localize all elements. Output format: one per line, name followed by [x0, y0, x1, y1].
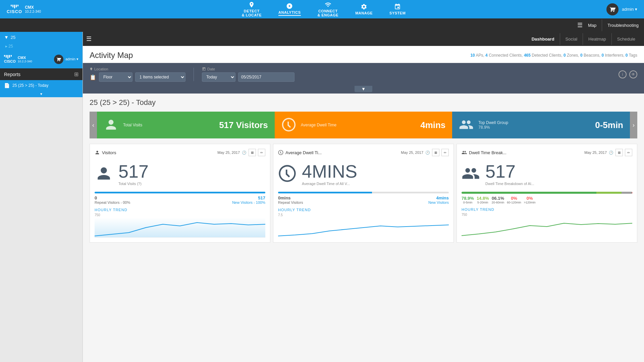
seg-range-2: 20-60min	[492, 201, 504, 204]
nav-right-area: admin ▾	[606, 3, 637, 15]
visitors-trend-ymax: 750	[95, 213, 265, 217]
dwell-segments-bar	[462, 192, 632, 194]
location-row: 📋 Floor 1 Items selected	[90, 72, 185, 82]
breakdown-big-value: 517	[485, 162, 534, 180]
dwell-chart-type[interactable]: ▦	[432, 149, 439, 156]
dwell-chart-card: Average Dwell Ti... May 25, 2017 🕐 ▦ ✏	[273, 144, 454, 243]
dashboard-nav[interactable]: Dashboard	[526, 33, 560, 45]
charts-row: Visitors May 25, 2017 🕐 ▦ ✏	[83, 144, 644, 249]
nav-manage[interactable]: MANAGE	[352, 2, 376, 17]
nav-analytics-label: ANALYTICS	[278, 10, 301, 16]
visitors-stats: 0 Repeat Visitors - 00% 517 New Visitors…	[95, 195, 265, 204]
segment-20-60min	[622, 192, 632, 194]
breakdown-chart-type[interactable]: ▦	[615, 149, 623, 156]
carousel-next[interactable]: ›	[630, 112, 637, 138]
visitors-edit[interactable]: ✏	[258, 149, 265, 156]
report-title: 25 (25 > 25) - Today	[90, 98, 637, 107]
visitors-title-area: Visitors	[95, 150, 116, 155]
repeat-label: Repeat Visitors - 00%	[95, 200, 130, 204]
filter-collapse[interactable]: ▼	[83, 86, 644, 94]
dwell-progress-fill	[278, 192, 372, 193]
zones-count: 0	[564, 53, 566, 58]
repeat-val: 0	[95, 195, 130, 200]
filter-divider	[194, 68, 194, 81]
second-nav-bar: CISCO CMX 10.2.2-340 admin ▾	[0, 50, 83, 68]
dwell-edit[interactable]: ✏	[441, 149, 449, 156]
schedule-nav[interactable]: Schedule	[612, 33, 641, 45]
active-report-item[interactable]: 📄 25 (25 > 25) - Today	[0, 80, 83, 91]
main-body: ▼ 25 ▸ 25 CISCO CMX 10.2.2-340	[0, 32, 644, 362]
sidebar-sub-item[interactable]: ▸ 25	[0, 43, 83, 50]
hamburger-menu[interactable]: ☰	[577, 21, 583, 29]
date-type-select[interactable]: Today	[202, 72, 235, 82]
metric-card-avg-dwell: Average Dwell Time 4mins	[275, 112, 452, 138]
hamburger-2[interactable]: ☰	[86, 35, 92, 43]
nav-detect-locate[interactable]: DETECT& LOCATE	[238, 0, 265, 19]
admin-label[interactable]: admin ▾	[622, 7, 637, 12]
location-filter-label: Location	[94, 67, 108, 71]
date-value-input[interactable]	[238, 72, 294, 82]
analytics-nav-items: Dashboard Social Heatmap Schedule	[526, 33, 641, 45]
total-visits-label: Total Visits	[123, 123, 219, 127]
avg-dwell-content: Average Dwell Time	[301, 123, 421, 127]
troubleshooting-nav-item[interactable]: Troubleshooting	[602, 19, 644, 31]
total-visits-value: 517 Visitors	[219, 120, 268, 130]
clock-icon: 🕐	[242, 150, 247, 155]
dwell-new-stat: 4mins New Visitors	[428, 195, 449, 204]
breakdown-clock-icon: 🕐	[609, 150, 613, 155]
dwell-card-meta: May 25, 2017 🕐 ▦ ✏	[401, 149, 449, 156]
dwell-card-date: May 25, 2017	[401, 150, 423, 155]
dwell-segment-stats: 78.9% 0-5min 14.8% 5-20min 06.1% 20-60mi…	[462, 196, 632, 204]
avg-dwell-value: 4mins	[420, 120, 445, 130]
info-btn[interactable]: i	[619, 70, 627, 78]
carousel-prev[interactable]: ‹	[90, 112, 97, 138]
top-dwell-value: 0-5min	[595, 120, 623, 130]
seg-pct-2: 06.1%	[492, 196, 504, 201]
items-selected-select[interactable]: 1 Items selected	[135, 72, 185, 82]
segment-0-5min	[462, 192, 596, 194]
floor-select[interactable]: Floor	[99, 72, 132, 82]
sidebar-dropdown-item[interactable]: ▼ 25	[0, 32, 83, 43]
connected-count: 4	[485, 53, 488, 58]
dwell-icon	[281, 117, 296, 133]
seg-stat-4: 0% >120min	[524, 196, 536, 204]
activity-stats: 10 APs, 4 Connected Clients, 465 Detecte…	[470, 53, 637, 58]
visitors-chart-card: Visitors May 25, 2017 🕐 ▦ ✏	[90, 144, 270, 243]
visitors-chart-type[interactable]: ▦	[249, 149, 256, 156]
nav-analytics[interactable]: ANALYTICS	[275, 1, 304, 17]
map-nav-item[interactable]: Map	[583, 19, 602, 31]
seg-pct-1: 14.8%	[477, 196, 489, 201]
seg-range-0: 0-5min	[462, 201, 474, 204]
nav-connect-engage[interactable]: CONNECT& ENGAGE	[314, 0, 342, 19]
eye-btn[interactable]: 👁	[629, 70, 637, 78]
breakdown-trend-label: Hourly Trend	[462, 207, 632, 212]
main-content: ☰ Dashboard Social Heatmap Schedule Acti…	[83, 32, 644, 362]
heatmap-nav[interactable]: Heatmap	[583, 33, 612, 45]
seg-stat-3: 0% 60-120min	[507, 196, 521, 204]
dwell-big-label: Average Dwell Time of All V...	[302, 182, 357, 186]
add-report-btn[interactable]: ⊞	[74, 71, 78, 77]
second-admin[interactable]: admin ▾	[65, 57, 78, 61]
social-nav[interactable]: Social	[560, 33, 583, 45]
dwell-repeat-label: Repeat Visitors	[278, 200, 303, 204]
sidebar-collapse[interactable]: ▼	[0, 91, 83, 97]
visitors-big-label: Total Visits (?)	[118, 182, 149, 186]
new-label: New Visitors - 100%	[232, 200, 265, 204]
cart-icon[interactable]	[606, 3, 619, 15]
breakdown-edit[interactable]: ✏	[625, 149, 632, 156]
dwell-repeat-val: 0mins	[278, 195, 303, 200]
breakdown-chart-area	[462, 217, 632, 237]
top-dwell-label: Top Dwell Group	[478, 120, 595, 125]
second-cart[interactable]	[54, 55, 63, 64]
breakdown-card-header: Dwell Time Break... May 25, 2017 🕐 ▦ ✏	[462, 149, 632, 156]
nav-system-label: SYSTEM	[389, 11, 406, 15]
nav-system[interactable]: SYSTEM	[386, 2, 409, 17]
breakdown-card-date: May 25, 2017	[584, 150, 607, 155]
filter-bar: Location 📋 Floor 1 Items selected	[83, 63, 644, 86]
visitors-card-title: Visitors	[102, 150, 116, 155]
visitors-big-icon	[95, 164, 113, 184]
sidebar-dropdown-label: 25	[11, 35, 15, 40]
reports-header: Reports ⊞	[0, 68, 83, 80]
interferers-count: 0	[601, 53, 604, 58]
visitors-progress-bar	[95, 192, 265, 193]
